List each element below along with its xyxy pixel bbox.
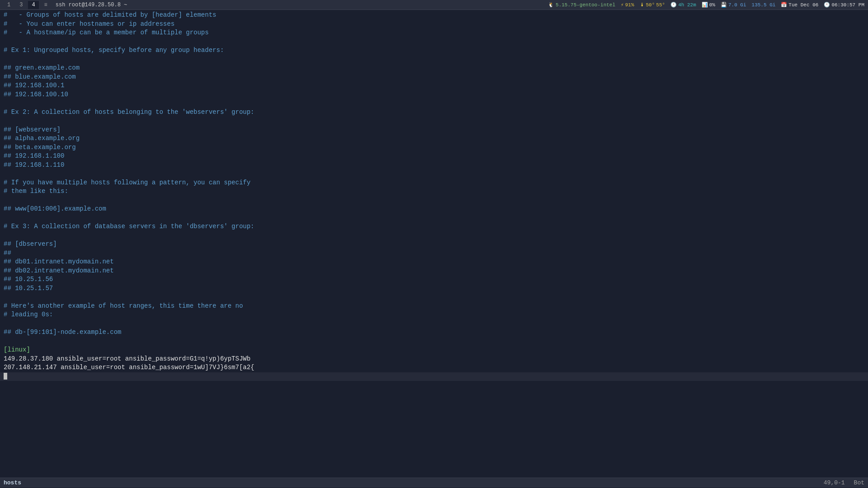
titlebar-right: 🐧 5.15.75-gentoo-intel ⚡ 91% 🌡 50° 55° 🕐… <box>548 2 864 8</box>
editor-line: # If you have multiple hosts following a… <box>0 178 868 188</box>
tab-1[interactable]: 1 <box>4 1 14 9</box>
editor: # - Groups of hosts are delimited by [he… <box>0 10 868 478</box>
editor-line: 149.28.37.180 ansible_user=root ansible_… <box>0 355 868 364</box>
cpu-status: 📊 0% <box>702 2 715 8</box>
editor-line: ## 10.25.1.57 <box>0 284 868 293</box>
statusbar-scroll: Bot <box>854 479 864 486</box>
editor-line <box>0 337 868 346</box>
editor-line: [linux] <box>0 346 868 355</box>
editor-line: # - You can enter hostnames or ip addres… <box>0 20 868 29</box>
statusbar-right: 49,0-1 Bot <box>824 479 864 486</box>
editor-line: # Ex 2: A collection of hosts belonging … <box>0 108 868 117</box>
editor-line: ## db-[99:101]-node.example.com <box>0 328 868 337</box>
tab-4[interactable]: 4 <box>28 1 38 9</box>
uptime-status: 🕐 4h 22m <box>670 2 696 8</box>
titlebar-title: ssh root@149.28.50.8 ~ <box>56 2 127 8</box>
editor-line <box>0 319 868 328</box>
editor-line: # leading 0s: <box>0 310 868 319</box>
statusbar: hosts 49,0-1 Bot <box>0 478 868 488</box>
calendar-icon: 📅 <box>781 2 787 8</box>
editor-line: # Ex 3: A collection of database servers… <box>0 222 868 231</box>
editor-line: ## 192.168.100.1 <box>0 81 868 90</box>
editor-line: ## www[001:006].example.com <box>0 205 868 214</box>
titlebar: 1 3 4 ≡ ssh root@149.28.50.8 ~ 🐧 5.15.75… <box>0 0 868 10</box>
text-cursor <box>4 373 7 380</box>
editor-line <box>0 99 868 108</box>
editor-line <box>0 38 868 47</box>
tab-icon[interactable]: ≡ <box>41 1 51 9</box>
editor-line: ## beta.example.org <box>0 143 868 152</box>
kernel-status: 🐧 5.15.75-gentoo-intel <box>548 2 615 8</box>
kernel-icon: 🐧 <box>548 2 554 8</box>
statusbar-filename: hosts <box>4 479 21 486</box>
editor-line <box>0 372 868 381</box>
time-icon: 🕐 <box>824 2 830 8</box>
editor-line: # - Groups of hosts are delimited by [he… <box>0 11 868 20</box>
editor-line: ## blue.example.com <box>0 73 868 82</box>
editor-line <box>0 293 868 302</box>
editor-line: # Ex 1: Ungrouped hosts, specify before … <box>0 46 868 55</box>
mem-status: 💾 7.0 Gi <box>721 2 746 8</box>
editor-line: ## 192.168.1.110 <box>0 161 868 170</box>
editor-line: ## [webservers] <box>0 126 868 135</box>
editor-line: ## 192.168.100.10 <box>0 90 868 99</box>
time-status: 🕐 06:30:57 PM <box>824 2 864 8</box>
editor-line <box>0 231 868 240</box>
cpu-label: 📊 <box>702 2 708 8</box>
editor-line: ## alpha.example.org <box>0 134 868 143</box>
editor-line: ## [dbservers] <box>0 240 868 249</box>
temp-icon: 🌡 <box>640 2 645 8</box>
mem2-status: 135.5 Gi <box>752 2 776 8</box>
titlebar-left: 1 3 4 ≡ ssh root@149.28.50.8 ~ <box>4 1 127 9</box>
mem-icon: 💾 <box>721 2 727 8</box>
battery-icon: ⚡ <box>621 2 624 8</box>
editor-line <box>0 55 868 64</box>
editor-line: ## db01.intranet.mydomain.net <box>0 258 868 267</box>
titlebar-tabs: 1 3 4 ≡ <box>4 1 51 9</box>
editor-line: # - A hostname/ip can be a member of mul… <box>0 28 868 38</box>
editor-line: ## 192.168.1.100 <box>0 152 868 161</box>
editor-line: ## db02.intranet.mydomain.net <box>0 267 868 276</box>
editor-line <box>0 117 868 126</box>
editor-line: ## 10.25.1.56 <box>0 275 868 284</box>
editor-line: ## green.example.com <box>0 64 868 73</box>
editor-line <box>0 196 868 205</box>
editor-line <box>0 169 868 178</box>
editor-content: # - Groups of hosts are delimited by [he… <box>0 10 868 382</box>
tab-3[interactable]: 3 <box>16 1 26 9</box>
temp-status: 🌡 50° 55° <box>640 2 665 8</box>
statusbar-position: 49,0-1 <box>824 479 845 486</box>
battery-status: ⚡ 91% <box>621 2 634 8</box>
editor-line <box>0 214 868 223</box>
editor-line: # them like this: <box>0 187 868 196</box>
clock-icon: 🕐 <box>670 2 677 8</box>
datetime-status: 📅 Tue Dec 06 <box>781 2 818 8</box>
editor-line: 207.148.21.147 ansible_user=root ansible… <box>0 363 868 372</box>
editor-line: ## <box>0 249 868 258</box>
editor-line: # Here's another example of host ranges,… <box>0 302 868 311</box>
